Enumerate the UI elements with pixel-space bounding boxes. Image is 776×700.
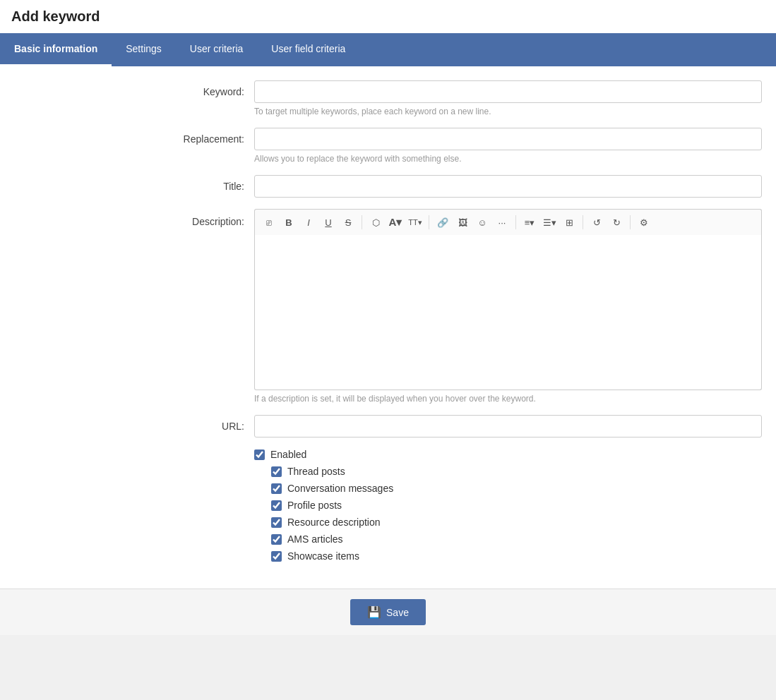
title-field [254,175,762,198]
enabled-label: Enabled [270,449,306,460]
image-button[interactable]: 🖼 [453,212,472,232]
toolbar-sep-1 [362,215,362,229]
settings-button[interactable]: ⚙ [634,212,654,232]
undo-button[interactable]: ↺ [587,212,607,232]
description-field: ⎚ B I U S ⬡ A▾ TT▾ 🔗 🖼 ☺ ··· [254,209,762,404]
underline-button[interactable]: U [318,212,338,232]
url-field [254,415,762,438]
replacement-input[interactable] [254,128,762,150]
editor-toolbar: ⎚ B I U S ⬡ A▾ TT▾ 🔗 🖼 ☺ ··· [254,209,762,235]
resource-description-checkbox[interactable] [271,517,282,528]
redo-button[interactable]: ↻ [607,212,626,232]
resource-description-row: Resource description [271,517,762,528]
replacement-field: Allows you to replace the keyword with s… [254,128,762,164]
profile-posts-label: Profile posts [287,500,342,511]
url-input[interactable] [254,415,762,438]
form-container: Keyword: To target multiple keywords, pl… [0,66,776,589]
link-button[interactable]: 🔗 [433,212,453,232]
url-row: URL: [0,415,776,438]
conversation-messages-row: Conversation messages [271,483,762,494]
resource-description-label: Resource description [287,517,381,528]
profile-posts-checkbox[interactable] [271,500,282,511]
keyword-field: To target multiple keywords, place each … [254,80,762,116]
showcase-items-row: Showcase items [271,550,762,562]
tab-bar: Basic information Settings User criteria… [0,33,776,66]
checkboxes-col: Enabled Thread posts Conversation messag… [254,449,762,567]
thread-posts-checkbox[interactable] [271,466,282,477]
thread-posts-row: Thread posts [271,466,762,477]
replacement-label: Replacement: [14,128,254,145]
eraser-button[interactable]: ⎚ [259,212,279,232]
emoji-button[interactable]: ☺ [472,212,492,232]
description-hint: If a description is set, it will be disp… [254,394,762,404]
font-height-button[interactable]: TT▾ [405,212,425,232]
keyword-row: Keyword: To target multiple keywords, pl… [0,80,776,116]
replacement-hint: Allows you to replace the keyword with s… [254,154,762,164]
enabled-row: Enabled [254,449,762,460]
url-label: URL: [14,415,254,432]
footer-bar: 💾 Save [0,589,776,635]
table-button[interactable]: ⊞ [559,212,579,232]
replacement-row: Replacement: Allows you to replace the k… [0,128,776,164]
showcase-items-checkbox[interactable] [271,551,282,562]
ams-articles-label: AMS articles [287,533,343,545]
save-label: Save [386,607,409,618]
description-row: Description: ⎚ B I U S ⬡ A▾ TT▾ 🔗 [0,209,776,404]
save-button[interactable]: 💾 Save [350,599,426,625]
checkboxes-section: Enabled Thread posts Conversation messag… [0,449,776,567]
showcase-items-label: Showcase items [287,550,359,562]
toolbar-sep-5 [630,215,631,229]
toolbar-sep-3 [515,215,516,229]
tab-basic-information[interactable]: Basic information [0,33,112,66]
list-button[interactable]: ☰▾ [539,212,559,232]
enabled-checkbox[interactable] [254,449,265,460]
strikethrough-button[interactable]: S [338,212,358,232]
tab-settings[interactable]: Settings [112,33,176,66]
title-row: Title: [0,175,776,198]
title-input[interactable] [254,175,762,198]
toolbar-sep-2 [429,215,429,229]
title-label: Title: [14,175,254,192]
font-size-button[interactable]: A▾ [386,212,405,232]
profile-posts-row: Profile posts [271,500,762,511]
ams-articles-checkbox[interactable] [271,534,282,545]
toolbar-sep-4 [583,215,583,229]
keyword-hint: To target multiple keywords, place each … [254,107,762,116]
description-editor-area[interactable] [254,235,762,390]
tab-user-criteria[interactable]: User criteria [176,33,257,66]
page-title: Add keyword [0,0,776,33]
keyword-input[interactable] [254,80,762,103]
italic-button[interactable]: I [299,212,318,232]
thread-posts-label: Thread posts [287,466,345,477]
save-icon: 💾 [367,605,381,619]
align-button[interactable]: ≡▾ [520,212,539,232]
checkboxes-label-col [14,449,254,567]
ams-articles-row: AMS articles [271,533,762,545]
more-button[interactable]: ··· [492,212,512,232]
keyword-label: Keyword: [14,80,254,97]
conversation-messages-label: Conversation messages [287,483,393,494]
conversation-messages-checkbox[interactable] [271,483,282,494]
bold-button[interactable]: B [279,212,299,232]
description-label: Description: [14,209,254,227]
color-button[interactable]: ⬡ [366,212,386,232]
tab-user-field-criteria[interactable]: User field criteria [257,33,359,66]
